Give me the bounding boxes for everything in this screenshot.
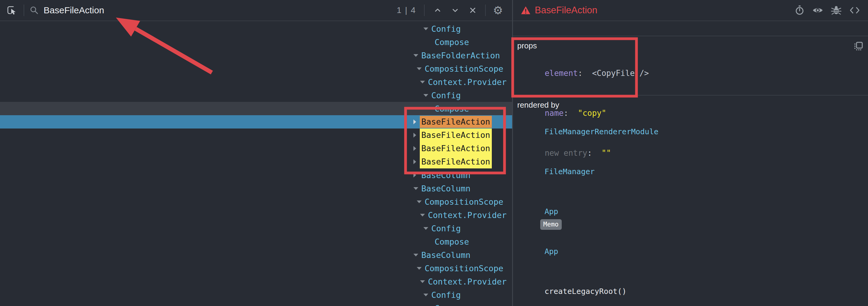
tree-node[interactable]: BaseFileAction — [0, 115, 512, 129]
tree-node-label: BaseFolderAction — [421, 51, 500, 60]
code-brackets-icon — [849, 6, 860, 14]
inspect-dom-button[interactable] — [812, 6, 823, 15]
tree-node-label: Compose — [435, 104, 469, 113]
tree-node-label: Compose — [435, 304, 469, 306]
rendered-by-item: createLegacyRoot() — [517, 272, 864, 306]
tree-node[interactable]: Compose — [0, 302, 512, 306]
tree-node[interactable]: Context.Provider — [0, 75, 512, 89]
tree-node-label: Config — [431, 224, 461, 233]
react-devtools-window: BaseFileAction 1 | 4 — [0, 0, 868, 306]
view-source-button[interactable] — [849, 6, 860, 14]
expand-arrow-icon[interactable] — [420, 214, 428, 216]
inspected-element-header: BaseFileAction — [513, 0, 868, 21]
expand-arrow-icon[interactable] — [417, 267, 425, 270]
rendered-by-item[interactable]: App — [517, 232, 864, 272]
tree-node[interactable]: Compose — [0, 102, 512, 115]
search-input[interactable]: BaseFileAction — [43, 5, 134, 15]
props-list: element: <CopyFile /> name: "copy" new e… — [517, 53, 864, 173]
tree-node[interactable]: BaseFileAction — [0, 129, 512, 142]
prop-value[interactable]: "" — [601, 148, 611, 158]
tree-node[interactable]: Config — [0, 222, 512, 235]
log-component-data-button[interactable] — [831, 5, 841, 15]
expand-arrow-icon[interactable] — [424, 294, 431, 296]
tree-node[interactable]: BaseColumn — [0, 248, 512, 262]
prop-row: element: <CopyFile /> — [517, 53, 864, 93]
tree-node-label: Config — [431, 24, 461, 34]
next-result-button[interactable] — [451, 6, 460, 15]
search-results-count: 1 | 4 — [397, 5, 416, 15]
clear-search-button[interactable] — [468, 6, 477, 15]
tree-node[interactable]: Compose — [0, 235, 512, 248]
gear-icon: ⚙ — [493, 5, 503, 16]
tree-node-label: BaseFileAction — [420, 155, 492, 168]
chevron-up-icon — [433, 6, 442, 15]
expand-arrow-icon[interactable] — [417, 201, 425, 203]
chevron-down-icon — [451, 6, 460, 15]
toolbar-separator — [485, 4, 486, 16]
props-label: props — [517, 41, 864, 50]
tree-node[interactable]: BaseFileAction — [0, 142, 512, 155]
tree-node-label: BaseColumn — [421, 184, 471, 193]
expand-arrow-icon[interactable] — [413, 173, 421, 177]
tree-node[interactable]: Context.Provider — [0, 208, 512, 222]
expand-arrow-icon[interactable] — [413, 254, 421, 257]
tree-node-label: BaseFileAction — [420, 129, 492, 142]
tree-node[interactable]: BaseFolderAction — [0, 49, 512, 62]
tree-node[interactable]: CompositionScope — [0, 195, 512, 208]
search-nav-buttons: ⚙ — [416, 4, 503, 16]
copy-icon — [854, 41, 863, 51]
prop-value[interactable]: <CopyFile /> — [592, 69, 649, 78]
prop-key: element — [545, 69, 578, 78]
expand-arrow-icon[interactable] — [413, 187, 421, 190]
prop-colon: : — [587, 148, 592, 158]
prop-row: name: "copy" — [517, 93, 864, 133]
expand-arrow-icon[interactable] — [413, 54, 421, 57]
prop-key: new entry — [545, 148, 587, 158]
expand-arrow-icon[interactable] — [420, 280, 428, 283]
close-icon — [468, 6, 477, 15]
tree-node[interactable]: BaseColumn — [0, 168, 512, 182]
expand-arrow-icon[interactable] — [424, 28, 431, 30]
tree-node-label: Context.Provider — [428, 77, 507, 87]
expand-arrow-icon[interactable] — [420, 81, 428, 83]
previous-result-button[interactable] — [433, 6, 442, 15]
inspect-element-icon — [6, 4, 18, 16]
rendered-by-item[interactable]: App Memo — [517, 192, 864, 232]
toolbar-separator — [24, 4, 24, 16]
tree-node[interactable]: Compose — [0, 35, 512, 49]
prop-colon: : — [578, 69, 583, 78]
prop-key: name — [545, 108, 564, 117]
tree-node-label: Config — [431, 91, 461, 100]
tree-node-label: CompositionScope — [425, 64, 503, 73]
settings-button[interactable]: ⚙ — [493, 5, 503, 16]
tree-node[interactable]: BaseFileAction — [0, 155, 512, 168]
tree-node[interactable]: Config — [0, 22, 512, 35]
tree-node[interactable]: CompositionScope — [0, 262, 512, 275]
tree-node[interactable]: Context.Provider — [0, 275, 512, 288]
inspect-element-button[interactable] — [6, 4, 18, 16]
tree-node-label: Compose — [435, 37, 469, 47]
tree-node[interactable]: CompositionScope — [0, 62, 512, 75]
tree-node-label: BaseFileAction — [420, 116, 492, 128]
copy-props-button[interactable] — [854, 41, 863, 51]
stopwatch-icon — [795, 5, 804, 15]
expand-arrow-icon[interactable] — [424, 94, 431, 97]
tree-node-label: BaseColumn — [421, 171, 471, 180]
bug-icon — [831, 5, 841, 15]
tree-node[interactable]: Config — [0, 288, 512, 302]
tree-toolbar: BaseFileAction 1 | 4 — [0, 0, 512, 21]
expand-arrow-icon[interactable] — [417, 67, 425, 70]
prop-row: new entry: "" — [517, 133, 864, 173]
tree-node[interactable]: Config — [0, 89, 512, 102]
expand-arrow-icon[interactable] — [424, 227, 431, 230]
suspense-toggle-button[interactable] — [795, 5, 804, 15]
tree-node-label: CompositionScope — [425, 197, 503, 206]
prop-value[interactable]: "copy" — [578, 108, 606, 117]
tree-node-label: CompositionScope — [425, 264, 503, 273]
tree-node-label: Compose — [435, 237, 469, 246]
tree-node-label: Context.Provider — [428, 210, 507, 220]
inspected-component-name: BaseFileAction — [535, 5, 597, 16]
tree-node[interactable]: BaseColumn — [0, 182, 512, 195]
prop-colon: : — [563, 108, 568, 117]
tree-node-label: BaseFileAction — [420, 142, 492, 155]
